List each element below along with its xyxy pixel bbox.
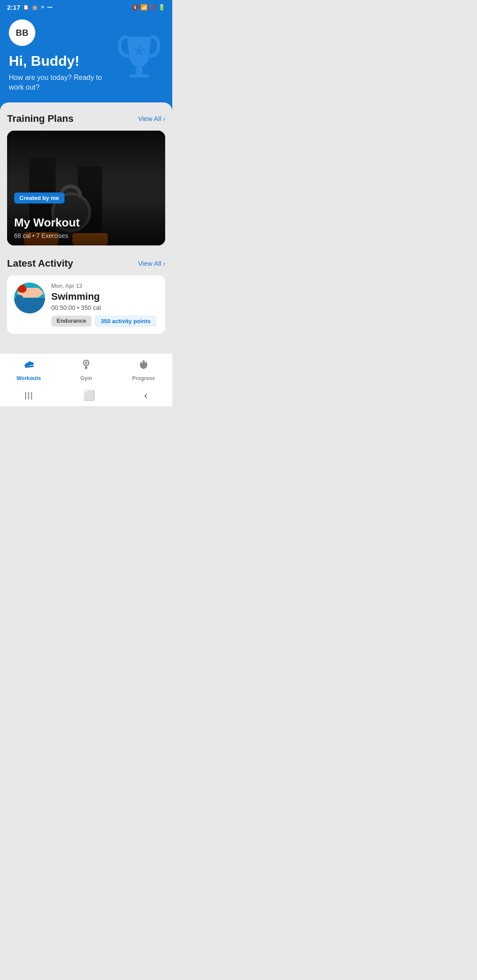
tag-endurance: Endurance — [51, 316, 91, 327]
activity-info: Mon, Apr 13 Swimming 00:50:00 • 350 cal … — [51, 283, 158, 327]
system-navigation: ||| ⬜ ‹ — [0, 385, 172, 406]
status-bar: 2:17 📋 🤖 ✕ ••• 🔇 📶 🚫 🔋 — [0, 0, 172, 14]
tag-activity-points: 350 activity points — [95, 316, 156, 327]
recents-button[interactable]: ||| — [25, 391, 34, 400]
home-button[interactable]: ⬜ — [83, 390, 95, 401]
svg-rect-1 — [129, 75, 149, 78]
svg-rect-0 — [136, 68, 142, 74]
avatar[interactable]: BB — [9, 19, 35, 46]
activity-card[interactable]: Mon, Apr 13 Swimming 00:50:00 • 350 cal … — [7, 275, 165, 334]
training-plans-title: Training Plans — [7, 113, 73, 124]
chevron-right-icon-2: › — [163, 260, 165, 267]
latest-activity-view-all[interactable]: View All › — [138, 260, 165, 267]
gym-icon — [80, 358, 92, 373]
training-plan-card[interactable]: Created by me My Workout 68 cal • 7 Exer… — [7, 131, 165, 245]
mute-icon: 🔇 — [132, 4, 139, 11]
swim-water — [14, 298, 45, 313]
swim-cap — [18, 285, 26, 293]
trophy-icon — [115, 32, 163, 82]
card-title: My Workout — [14, 216, 80, 230]
nav-gym-label: Gym — [80, 375, 92, 381]
latest-activity-header: Latest Activity View All › — [7, 258, 165, 269]
training-plans-header: Training Plans View All › — [7, 113, 165, 124]
back-button[interactable]: ‹ — [144, 389, 148, 402]
card-meta: 68 cal • 7 Exercises — [14, 232, 68, 239]
subtitle-text: How are you today? Ready to work out? — [9, 73, 115, 93]
activity-tags: Endurance 350 activity points — [51, 316, 158, 327]
battery-icon: 🔋 — [158, 4, 165, 11]
wifi-icon: 📶 — [140, 4, 148, 11]
shoe-icon — [23, 358, 35, 373]
latest-activity-title: Latest Activity — [7, 258, 73, 269]
svg-point-3 — [29, 361, 30, 363]
hero-section: BB Hi, Buddy! How are you today? Ready t… — [0, 14, 172, 110]
main-content: Training Plans View All › Created by me — [0, 102, 172, 353]
sim-icon: ✕ — [41, 4, 45, 10]
nav-progress-label: Progress — [132, 375, 155, 381]
activity-date: Mon, Apr 13 — [51, 283, 158, 289]
chevron-right-icon: › — [163, 115, 165, 122]
status-time: 2:17 — [7, 4, 20, 11]
card-badge: Created by me — [14, 192, 64, 204]
more-icon: ••• — [47, 4, 53, 10]
training-plans-view-all[interactable]: View All › — [138, 115, 165, 122]
svg-point-5 — [85, 362, 87, 364]
dnd-icon: 🚫 — [149, 4, 156, 11]
app-icon: 🤖 — [32, 4, 38, 10]
activity-name: Swimming — [51, 291, 158, 302]
nav-workouts[interactable]: Workouts — [11, 358, 46, 381]
bottom-navigation: Workouts Gym Progress — [0, 353, 172, 385]
nav-progress[interactable]: Progress — [126, 358, 161, 381]
activity-stats: 00:50:00 • 350 cal — [51, 304, 158, 311]
notification-icon: 📋 — [23, 4, 29, 10]
flame-icon — [137, 358, 150, 373]
nav-workouts-label: Workouts — [16, 375, 41, 381]
activity-avatar — [14, 283, 45, 313]
nav-gym[interactable]: Gym — [68, 358, 104, 381]
latest-activity-section: Latest Activity View All › Mon, Apr 13 S… — [7, 258, 165, 334]
